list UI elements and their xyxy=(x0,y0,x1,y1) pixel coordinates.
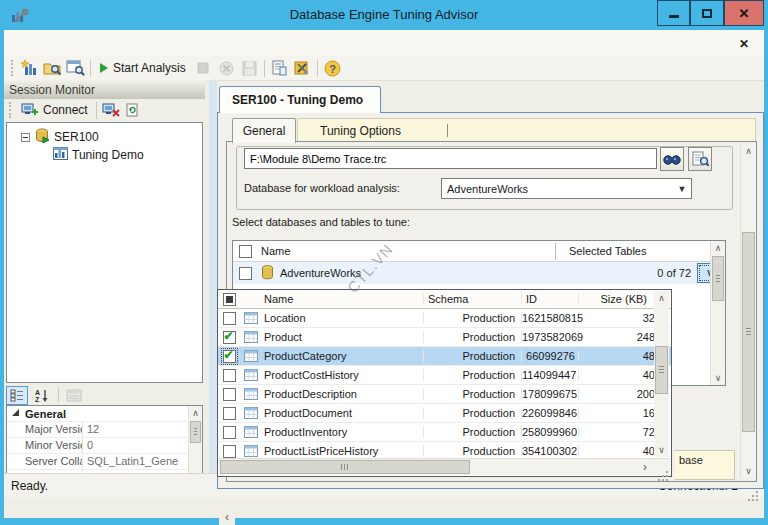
save-icon xyxy=(242,61,257,76)
document-tab[interactable]: SER100 - Tuning Demo xyxy=(219,86,381,113)
property-row[interactable]: Major Version 12 xyxy=(7,422,202,438)
table-name: ProductDocument xyxy=(262,407,424,419)
table-checkbox[interactable]: ✔ xyxy=(223,426,236,439)
tables-horizontal-scrollbar[interactable] xyxy=(219,458,670,475)
chevron-down-icon[interactable]: ▼ xyxy=(673,184,691,194)
maximize-button[interactable] xyxy=(690,0,724,26)
table-row[interactable]: ✔ ProductDocument Production 226099846 1… xyxy=(218,404,671,423)
tuning-options-button[interactable] xyxy=(291,58,314,79)
select-all-checkbox[interactable] xyxy=(239,245,252,258)
svg-text:Z: Z xyxy=(35,396,40,402)
menu-item[interactable] xyxy=(116,38,136,48)
connect-button[interactable]: Connect xyxy=(16,100,93,120)
databases-grid-scrollbar[interactable] xyxy=(710,241,725,385)
categorized-button[interactable] xyxy=(6,386,28,405)
window-resize-grip[interactable] xyxy=(756,491,758,493)
menu-item[interactable] xyxy=(56,38,76,48)
menu-item[interactable] xyxy=(36,38,56,48)
table-checkbox[interactable]: ✔ xyxy=(223,350,236,363)
table-icon xyxy=(240,331,262,343)
table-row[interactable]: ✔ ProductCategory Production 66099276 48 xyxy=(218,347,671,366)
scroll-up-icon xyxy=(189,406,202,420)
table-checkbox[interactable]: ✔ xyxy=(223,312,236,325)
table-id: 354100302 xyxy=(522,445,579,457)
tab-tuning-options[interactable]: Tuning Options xyxy=(298,124,413,138)
window-title: Database Engine Tuning Advisor xyxy=(0,7,768,22)
maximize-icon xyxy=(702,9,712,18)
table-name: Product xyxy=(262,331,424,343)
database-row[interactable]: AdventureWorks 0 of 72 ∨ xyxy=(233,262,725,284)
database-checkbox[interactable] xyxy=(239,267,252,280)
general-tab-scrollbar[interactable] xyxy=(740,144,756,478)
column-header-name[interactable]: Name xyxy=(252,245,290,257)
table-row[interactable]: ✔ ProductCostHistory Production 11409944… xyxy=(218,366,671,385)
toolbar-separator xyxy=(96,102,97,119)
start-analysis-button[interactable]: Start Analysis xyxy=(94,58,192,79)
table-id: 258099960 xyxy=(522,426,579,438)
toolbar-grip[interactable] xyxy=(11,60,15,76)
session-monitor-toolbar: Connect xyxy=(4,99,205,121)
tab-strip: Tuning Options xyxy=(297,118,756,142)
sort-alphabetical-button[interactable]: AZ xyxy=(30,386,52,405)
column-header-id[interactable]: ID xyxy=(522,293,579,305)
table-row[interactable]: ✔ ProductDescription Production 17809967… xyxy=(218,385,671,404)
column-header-name[interactable]: Name xyxy=(262,293,424,305)
session-monitor-panel: Session Monitor Connect xyxy=(4,80,205,487)
select-all-tables-checkbox[interactable] xyxy=(223,293,236,306)
property-pages-button xyxy=(63,386,85,405)
tuning-options-icon xyxy=(294,60,311,76)
disconnect-button[interactable] xyxy=(100,100,122,120)
table-checkbox[interactable]: ✔ xyxy=(223,445,236,458)
close-button[interactable]: ✕ xyxy=(724,0,764,26)
refresh-icon xyxy=(126,103,139,117)
table-schema: Production xyxy=(424,312,522,324)
column-header-schema[interactable]: Schema xyxy=(424,293,522,305)
table-icon xyxy=(240,350,262,362)
table-row[interactable]: ✔ Location Production 1621580815 32 xyxy=(218,309,671,328)
minimize-button[interactable] xyxy=(657,0,690,26)
open-session-button[interactable] xyxy=(64,58,87,79)
menu-item[interactable] xyxy=(76,38,96,48)
menu-item[interactable] xyxy=(16,38,36,48)
find-workload-button[interactable] xyxy=(660,147,684,171)
tree-node-label: Tuning Demo xyxy=(72,148,144,162)
table-checkbox[interactable]: ✔ xyxy=(223,331,236,344)
table-checkbox[interactable]: ✔ xyxy=(223,388,236,401)
table-schema: Production xyxy=(424,407,522,419)
tables-scrollbar[interactable] xyxy=(654,291,669,457)
table-id: 178099675 xyxy=(522,388,579,400)
scroll-up-icon xyxy=(654,291,669,305)
property-category[interactable]: General xyxy=(7,406,202,422)
table-checkbox[interactable]: ✔ xyxy=(223,407,236,420)
collapse-icon[interactable] xyxy=(21,133,30,142)
database-combobox[interactable]: AdventureWorks ▼ xyxy=(441,178,692,199)
property-row[interactable]: Server Collation SQL_Latin1_Gene xyxy=(7,454,202,470)
property-row[interactable]: Minor Version 0 xyxy=(7,438,202,454)
session-tree: SER100 Tuning Demo xyxy=(6,122,203,383)
tab-general[interactable]: General xyxy=(232,118,296,143)
menu-item[interactable] xyxy=(96,38,116,48)
open-workload-file-button[interactable] xyxy=(41,58,64,79)
column-header-selected-tables[interactable]: Selected Tables xyxy=(569,245,646,257)
table-checkbox[interactable]: ✔ xyxy=(223,369,236,382)
refresh-button[interactable] xyxy=(122,100,144,120)
toolbar-grip[interactable] xyxy=(9,102,13,118)
table-row[interactable]: ✔ ProductInventory Production 258099960 … xyxy=(218,423,671,442)
table-schema: Production xyxy=(424,350,522,362)
binoculars-icon xyxy=(663,152,681,166)
new-session-button[interactable] xyxy=(18,58,41,79)
mdi-close-button[interactable]: ✕ xyxy=(736,34,752,54)
tree-node-server[interactable]: SER100 xyxy=(7,128,202,146)
document-area: SER100 - Tuning Demo Tuning Options Gene… xyxy=(213,80,764,489)
table-row[interactable]: ✔ Product Production 1973582069 248 xyxy=(218,328,671,347)
report-button[interactable] xyxy=(268,58,291,79)
workload-file-input[interactable] xyxy=(244,148,657,169)
toolbar-separator xyxy=(90,60,91,77)
browse-trace-table-button[interactable] xyxy=(688,147,712,171)
popup-resize-grip[interactable] xyxy=(653,459,670,475)
tree-node-session[interactable]: Tuning Demo xyxy=(7,146,202,164)
help-button[interactable]: ? xyxy=(321,58,344,79)
menu-item[interactable] xyxy=(136,38,156,48)
column-divider xyxy=(555,243,556,260)
table-name: ProductCostHistory xyxy=(262,369,424,381)
